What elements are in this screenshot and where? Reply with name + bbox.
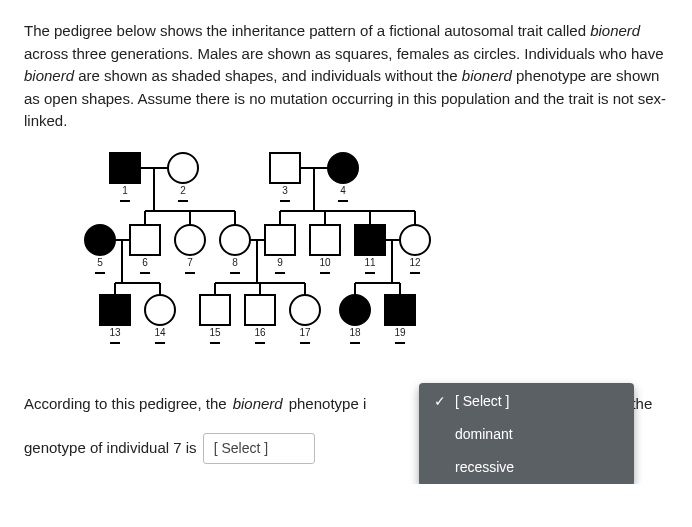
svg-point-60 [340,295,370,325]
select-genotype[interactable]: [ Select ] [203,433,315,464]
svg-rect-29 [355,225,385,255]
label-14: 14 [154,327,166,338]
question-line-1: According to this pedigree, the bionerd … [24,393,668,416]
dropdown-option-recessive[interactable]: recessive [419,451,634,484]
svg-point-23 [85,225,115,255]
label-17: 17 [299,327,311,338]
svg-rect-55 [100,295,130,325]
pedigree-diagram: 1 2 3 4 5 6 7 8 9 10 11 12 [60,145,668,375]
svg-rect-6 [270,153,300,183]
label-6: 6 [142,257,148,268]
svg-rect-58 [245,295,275,325]
dropdown-option-label-1: dominant [455,424,513,445]
label-5: 5 [97,257,103,268]
label-15: 15 [209,327,221,338]
label-18: 18 [349,327,361,338]
label-12: 12 [409,257,421,268]
svg-point-59 [290,295,320,325]
label-10: 10 [319,257,331,268]
dropdown-option-label-2: recessive [455,457,514,478]
q2-text-a: genotype of individual 7 is [24,437,197,460]
svg-rect-24 [130,225,160,255]
label-1: 1 [122,185,128,196]
svg-point-30 [400,225,430,255]
svg-point-2 [168,153,198,183]
label-11: 11 [364,257,376,268]
select-placeholder: [ Select ] [214,440,268,456]
svg-point-56 [145,295,175,325]
svg-point-26 [220,225,250,255]
dropdown-menu[interactable]: ✓ [ Select ] dominant recessive [419,383,634,485]
svg-rect-62 [385,295,415,325]
trait-name-1: bionerd [590,22,640,39]
q1-text-a: According to this pedigree, the [24,393,227,416]
svg-point-25 [175,225,205,255]
svg-point-8 [328,153,358,183]
svg-rect-27 [265,225,295,255]
intro-paragraph: The pedigree below shows the inheritance… [24,20,668,133]
dropdown-option-selected[interactable]: ✓ [ Select ] [419,385,634,418]
dropdown-option-dominant[interactable]: dominant [419,418,634,451]
intro-text-2: across three generations. Males are show… [24,45,664,62]
label-8: 8 [232,257,238,268]
svg-rect-28 [310,225,340,255]
label-2: 2 [180,185,186,196]
label-3: 3 [282,185,288,196]
svg-rect-57 [200,295,230,325]
q1-trait: bionerd [233,393,283,416]
check-icon: ✓ [433,391,447,412]
trait-name-2: bionerd [24,67,74,84]
label-7: 7 [187,257,193,268]
intro-text-3: are shown as shaded shapes, and individu… [74,67,462,84]
dropdown-selected-label: [ Select ] [455,391,509,412]
label-16: 16 [254,327,266,338]
trait-name-3: bionerd [462,67,512,84]
svg-rect-0 [110,153,140,183]
intro-text-1: The pedigree below shows the inheritance… [24,22,590,39]
label-19: 19 [394,327,406,338]
q1-text-b: phenotype i [289,393,367,416]
label-13: 13 [109,327,121,338]
label-4: 4 [340,185,346,196]
label-9: 9 [277,257,283,268]
